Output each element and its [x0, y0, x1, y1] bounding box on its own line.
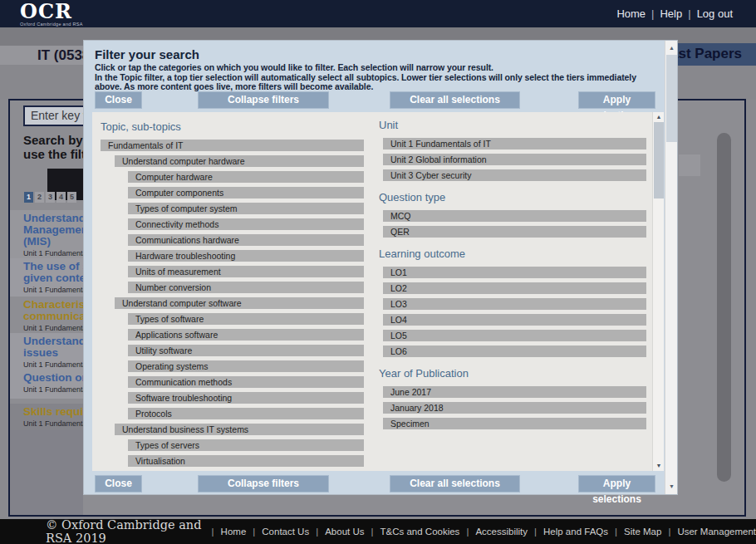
scroll-up-icon[interactable]: ▲: [653, 112, 664, 122]
filter-group-learning-outcome: Learning outcomeLO1LO2LO3LO4LO5LO6: [379, 247, 646, 357]
footer-link-t-cs-and-cookies[interactable]: T&Cs and Cookies: [380, 527, 460, 537]
topic-filter-utility-software[interactable]: Utility software: [128, 345, 364, 356]
result-link[interactable]: Understandiissues: [23, 336, 83, 359]
topic-filter-virtualisation[interactable]: Virtualisation: [128, 455, 364, 467]
result-unit-label: Unit 1 Fundamental: [23, 324, 83, 332]
nav-link-log-out[interactable]: Log out: [697, 7, 733, 20]
apply-selections-button-bottom[interactable]: Apply selections: [578, 475, 655, 493]
filter-specimen[interactable]: Specimen: [383, 418, 646, 429]
scroll-down-icon[interactable]: ▼: [653, 461, 664, 471]
filter-january-2018[interactable]: January 2018: [383, 402, 646, 414]
filter-unit-3-cyber-security[interactable]: Unit 3 Cyber security: [383, 169, 646, 181]
footer-links: |Home|Contact Us|About Us|T&Cs and Cooki…: [212, 527, 756, 537]
filter-modal: Filter your search Click or tap the cate…: [83, 40, 678, 495]
separator: |: [253, 527, 255, 537]
filters-column: UnitUnit 1 Fundamentals of ITUnit 2 Glob…: [379, 119, 646, 439]
filter-unit-2-global-information[interactable]: Unit 2 Global information: [383, 154, 646, 165]
result-unit-label: Unit 1 Fundamental: [23, 249, 83, 257]
topic-filter-computer-hardware[interactable]: Computer hardware: [128, 171, 364, 183]
top-header: OCR Oxford Cambridge and RSA Home|Help|L…: [0, 0, 756, 27]
filter-heading-question-type: Question type: [379, 191, 646, 203]
result-unit-label: Unit 1 Fundamental: [23, 385, 83, 394]
topic-filter-computer-components[interactable]: Computer components: [128, 187, 364, 198]
ocr-logo: OCR Oxford Cambridge and RSA: [20, 2, 83, 27]
result-unit-label: Unit 1 Fundamental: [23, 419, 83, 428]
result-title-line: Characteristi: [23, 299, 83, 311]
nav-link-help[interactable]: Help: [660, 7, 682, 20]
close-button[interactable]: Close: [95, 91, 142, 109]
filter-heading-year-of-publication: Year of Publication: [379, 367, 646, 380]
filter-panel-scrollbar-thumb[interactable]: [654, 122, 664, 198]
topic-filter-types-of-software[interactable]: Types of software: [128, 313, 364, 325]
footer-link-user-management[interactable]: User Management: [677, 527, 756, 537]
filter-lo4[interactable]: LO4: [383, 314, 646, 326]
result-link[interactable]: Characteristicommunicat: [23, 299, 83, 322]
topic-filter-types-of-servers[interactable]: Types of servers: [128, 439, 364, 451]
page-footer: © Oxford Cambridge and RSA 2019 |Home|Co…: [0, 519, 756, 544]
close-button-bottom[interactable]: Close: [95, 475, 142, 493]
topic-filter-number-conversion[interactable]: Number conversion: [128, 282, 364, 293]
background-small-box: [679, 154, 700, 176]
topic-filter-protocols[interactable]: Protocols: [128, 408, 364, 419]
filter-lo6[interactable]: LO6: [383, 346, 646, 357]
filter-panel: Topic, sub-topics Fundamentals of ITUnde…: [92, 112, 664, 471]
filter-unit-1-fundamentals-of-it[interactable]: Unit 1 Fundamentals of IT: [383, 138, 646, 149]
topic-filter-communication-methods[interactable]: Communication methods: [128, 376, 364, 388]
collapse-filters-button-bottom[interactable]: Collapse filters: [198, 475, 329, 493]
topic-filter-units-of-measurement[interactable]: Units of measurement: [128, 266, 364, 277]
topic-filter-connectivity-methods[interactable]: Connectivity methods: [128, 218, 364, 230]
result-title-line: Management: [23, 224, 83, 236]
modal-description-p2: In the Topic filter, a top tier selectio…: [95, 73, 658, 92]
modal-scroll-up-icon[interactable]: ▲: [665, 42, 678, 54]
filter-lo2[interactable]: LO2: [383, 282, 646, 294]
filter-mcq[interactable]: MCQ: [383, 210, 646, 222]
filter-panel-scrollbar[interactable]: ▲ ▼: [652, 112, 664, 471]
topics-column: Topic, sub-topics Fundamentals of ITUnde…: [101, 120, 364, 471]
filter-lo1[interactable]: LO1: [383, 267, 646, 278]
result-link[interactable]: Skills require: [23, 406, 83, 418]
filter-qer[interactable]: QER: [383, 226, 646, 238]
filter-lo5[interactable]: LO5: [383, 330, 646, 341]
modal-scrollbar[interactable]: ▲ ▼: [665, 41, 677, 494]
nav-link-home[interactable]: Home: [616, 7, 646, 20]
footer-link-home[interactable]: Home: [221, 527, 247, 537]
result-link[interactable]: The use of sgiven contex: [23, 261, 83, 284]
filter-group-unit: UnitUnit 1 Fundamentals of ITUnit 2 Glob…: [379, 119, 646, 181]
footer-link-help-and-faqs[interactable]: Help and FAQs: [543, 527, 608, 537]
modal-title: Filter your search: [95, 47, 199, 61]
footer-link-accessibility[interactable]: Accessibility: [475, 527, 528, 537]
result-item: The use of sgiven contexUnit 1 Fundament…: [10, 258, 83, 297]
result-title-line: Skills require: [23, 406, 83, 418]
topic-filter-types-of-computer-system[interactable]: Types of computer system: [128, 203, 364, 214]
topics-heading: Topic, sub-topics: [101, 120, 364, 133]
topic-filter-communications-hardware[interactable]: Communications hardware: [128, 234, 364, 246]
topic-filter-understand-business-it-systems[interactable]: Understand business IT systems: [115, 424, 364, 435]
topic-filter-understand-computer-hardware[interactable]: Understand computer hardware: [115, 155, 364, 167]
separator: |: [371, 527, 374, 537]
page-scrollbar-thumb[interactable]: [717, 133, 731, 482]
apply-selections-button[interactable]: Apply selections: [578, 91, 655, 109]
modal-scroll-down-icon[interactable]: ▼: [665, 481, 678, 493]
modal-scrollbar-thumb[interactable]: [666, 55, 677, 142]
result-title-line: Understandi: [23, 213, 83, 224]
filter-june-2017[interactable]: June 2017: [383, 386, 646, 398]
footer-link-about-us[interactable]: About Us: [325, 527, 364, 537]
topic-filter-fundamentals-of-it[interactable]: Fundamentals of IT: [101, 140, 364, 151]
topic-filter-applications-software[interactable]: Applications software: [128, 329, 364, 341]
result-link[interactable]: Question on: [23, 372, 83, 384]
separator: |: [668, 527, 670, 537]
topic-filter-understand-computer-software[interactable]: Understand computer software: [115, 297, 364, 309]
filter-lo3[interactable]: LO3: [383, 298, 646, 310]
separator: |: [688, 7, 690, 20]
topic-filter-operating-systems[interactable]: Operating systems: [128, 360, 364, 372]
footer-link-contact-us[interactable]: Contact Us: [262, 527, 309, 537]
header-nav: Home|Help|Log out: [616, 7, 733, 20]
topic-filter-software-troubleshooting[interactable]: Software troubleshooting: [128, 392, 364, 404]
clear-all-selections-button[interactable]: Clear all selections: [390, 91, 520, 109]
result-link[interactable]: UnderstandiManagement(MIS): [23, 213, 83, 247]
topic-filter-hardware-troubleshooting[interactable]: Hardware troubleshooting: [128, 250, 364, 262]
footer-link-site-map[interactable]: Site Map: [624, 527, 661, 537]
collapse-filters-button[interactable]: Collapse filters: [198, 91, 329, 109]
result-title-line: (MIS): [23, 236, 83, 247]
clear-all-selections-button-bottom[interactable]: Clear all selections: [390, 475, 520, 493]
